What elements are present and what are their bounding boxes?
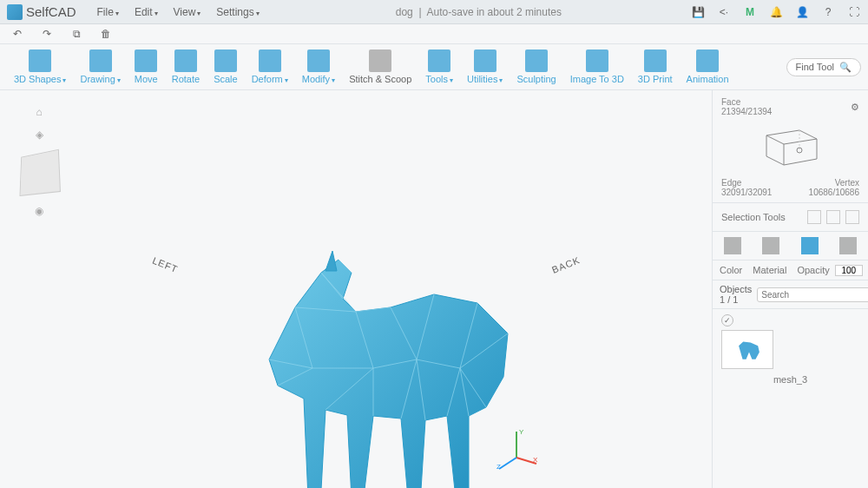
help-icon[interactable]: ? <box>821 5 835 19</box>
tool-3d-shapes[interactable]: 3D Shapes▾ <box>7 48 73 86</box>
nav-cube-cluster: ⌂ ◈ ◉ <box>17 106 61 217</box>
view-mode-points[interactable] <box>839 237 857 254</box>
redo-icon[interactable]: ↷ <box>40 27 54 41</box>
svg-line-30 <box>784 139 817 144</box>
svg-marker-28 <box>766 130 817 165</box>
home-icon[interactable]: ⌂ <box>36 106 42 118</box>
light-icon[interactable]: ◈ <box>36 129 43 141</box>
brand-text: SelfCAD <box>26 4 76 19</box>
axis-y-label: Y <box>519 428 524 436</box>
menu-edit[interactable]: Edit▾ <box>128 3 165 22</box>
tool-animation[interactable]: Animation <box>680 48 736 86</box>
3d-viewport[interactable]: ⌂ ◈ ◉ LEFT BACK <box>0 90 712 488</box>
svg-marker-0 <box>269 260 508 488</box>
sel-mode-1[interactable] <box>807 210 821 224</box>
settings-gear-icon[interactable]: ⚙ <box>851 102 859 113</box>
tool-rotate[interactable]: Rotate <box>165 48 207 86</box>
object-thumbnail[interactable] <box>721 330 773 369</box>
objects-list: ✓ mesh_3 <box>713 309 868 390</box>
menu-settings[interactable]: Settings▾ <box>209 3 266 22</box>
tool-utilities[interactable]: Utilities▾ <box>460 48 510 86</box>
svg-marker-24 <box>326 251 337 271</box>
find-tool-label: Find Tool <box>796 62 834 72</box>
menu-file[interactable]: File▾ <box>90 3 126 22</box>
edge-label: Edge <box>721 178 772 188</box>
nav-cube[interactable] <box>19 149 60 196</box>
share-icon[interactable]: <· <box>717 5 731 19</box>
undo-icon[interactable]: ↶ <box>10 27 24 41</box>
bell-icon[interactable]: 🔔 <box>769 5 783 19</box>
main-toolbar: 3D Shapes▾ Drawing▾ Move Rotate Scale De… <box>0 43 868 90</box>
selection-tools-label: Selection Tools <box>721 212 786 222</box>
fullscreen-icon[interactable]: ⛶ <box>847 5 861 19</box>
tool-modify[interactable]: Modify▾ <box>295 48 342 86</box>
tool-image-to-3d[interactable]: Image To 3D <box>563 48 631 86</box>
top-icons: 💾 <· M 🔔 👤 ? ⛶ <box>691 5 861 19</box>
view-mode-solid[interactable] <box>724 237 741 254</box>
logo-cube-icon <box>7 4 23 20</box>
vertex-value: 10686/10686 <box>809 188 859 197</box>
objects-header: Objects 1 / 1 <box>720 284 752 305</box>
menu-view[interactable]: View▾ <box>167 3 208 22</box>
top-menu-bar: SelfCAD File▾ Edit▾ View▾ Settings▾ dog … <box>0 0 868 24</box>
face-label: Face <box>721 97 772 107</box>
opacity-input[interactable] <box>835 265 863 276</box>
face-value: 21394/21394 <box>721 107 772 116</box>
m-badge-icon[interactable]: M <box>743 5 757 19</box>
view-mode-shaded[interactable] <box>762 237 779 254</box>
search-icon: 🔍 <box>839 62 852 73</box>
object-name: mesh_3 <box>721 374 859 385</box>
tool-move[interactable]: Move <box>128 48 165 86</box>
axis-x-label: X <box>533 456 538 464</box>
tool-deform[interactable]: Deform▾ <box>245 48 295 86</box>
find-tool-button[interactable]: Find Tool 🔍 <box>786 58 861 76</box>
object-selected-check[interactable]: ✓ <box>721 314 733 326</box>
main-area: ⌂ ◈ ◉ LEFT BACK <box>0 90 868 488</box>
svg-line-29 <box>766 135 784 144</box>
tool-sculpting[interactable]: Sculpting <box>510 48 562 86</box>
tool-drawing[interactable]: Drawing▾ <box>73 48 127 86</box>
orientation-left-label: LEFT <box>151 255 180 275</box>
history-bar: ↶ ↷ ⧉ 🗑 <box>0 24 868 43</box>
vertex-label: Vertex <box>809 178 859 188</box>
target-icon[interactable]: ◉ <box>35 205 43 217</box>
view-mode-wire[interactable] <box>801 237 819 254</box>
user-icon[interactable]: 👤 <box>795 5 809 19</box>
tool-scale[interactable]: Scale <box>207 48 245 86</box>
axis-z-label: Z <box>496 463 501 471</box>
document-title: dog | Auto-save in about 2 minutes <box>266 6 691 18</box>
tool-3d-print[interactable]: 3D Print <box>631 48 680 86</box>
svg-line-27 <box>499 458 516 469</box>
edge-value: 32091/32091 <box>721 188 772 197</box>
menu-buttons: File▾ Edit▾ View▾ Settings▾ <box>90 3 266 22</box>
trash-icon[interactable]: 🗑 <box>99 27 113 41</box>
tool-stitch[interactable]: Stitch & Scoop <box>342 48 418 86</box>
axis-gizmo[interactable]: Y X Z <box>495 427 538 471</box>
material-label: Material <box>753 265 786 275</box>
right-sidebar: Face 21394/21394 ⚙ Edge 32091/32091 Vert… <box>712 90 868 488</box>
save-icon[interactable]: 💾 <box>691 5 705 19</box>
tool-tools[interactable]: Tools▾ <box>418 48 460 86</box>
opacity-label: Opacity <box>797 265 829 275</box>
sel-mode-3[interactable] <box>845 210 859 224</box>
color-label: Color <box>720 265 742 275</box>
copy-icon[interactable]: ⧉ <box>69 27 83 41</box>
objects-search[interactable] <box>757 287 868 302</box>
orientation-back-label: BACK <box>550 254 582 275</box>
app-logo[interactable]: SelfCAD <box>7 4 76 20</box>
wireframe-cube-icon <box>756 120 825 168</box>
sel-mode-2[interactable] <box>826 210 840 224</box>
